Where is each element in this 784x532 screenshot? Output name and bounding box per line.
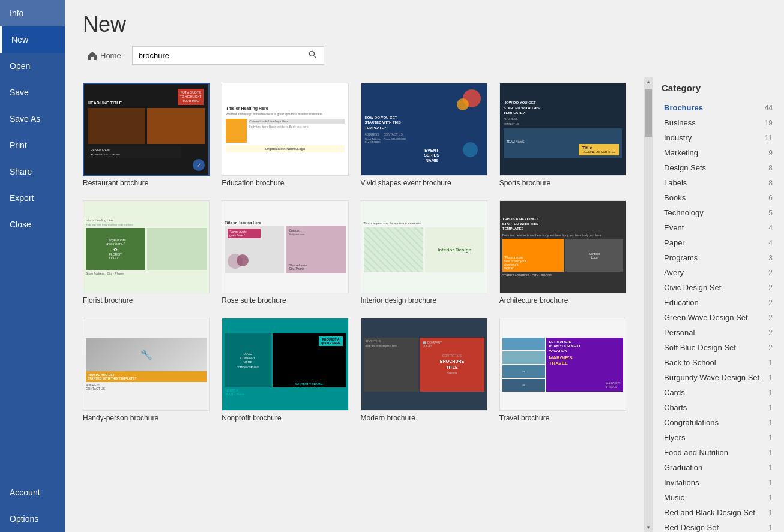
- template-interior[interactable]: This is a great spot for a mission state…: [361, 200, 487, 306]
- sidebar-item-new[interactable]: New: [0, 26, 65, 53]
- template-restaurant[interactable]: HEADLINE TITLE RESTAURANTADDRESS · CITY …: [83, 83, 210, 188]
- template-nonprofit[interactable]: LOGOCOMPANYNAME COMPANY TAGLINE REQUEST …: [222, 318, 348, 423]
- template-sports[interactable]: HOW DO YOU GETSTARTED WITH THISTEMPLATE?…: [499, 83, 626, 188]
- template-modern[interactable]: ABOUT US Body text here body text here C…: [361, 318, 487, 423]
- template-thumb-florist: Info of Heading HereBody text here body …: [83, 200, 210, 293]
- category-count-industry: 11: [765, 134, 773, 142]
- category-item-invitations[interactable]: Invitations 1: [662, 475, 775, 490]
- category-item-cards[interactable]: Cards 1: [662, 385, 775, 400]
- category-item-personal[interactable]: Personal 2: [662, 325, 775, 340]
- template-travel[interactable]: 01 04 LET MARGIEPLAN YOUR NEXTVACATION M…: [499, 318, 626, 423]
- home-button[interactable]: Home: [83, 47, 126, 64]
- category-count-invitations: 1: [768, 479, 773, 487]
- category-count-green-wave: 2: [768, 314, 773, 322]
- sidebar-item-options[interactable]: Options: [0, 506, 65, 532]
- category-count-charts: 1: [768, 404, 773, 412]
- category-label-education: Education: [664, 298, 699, 307]
- search-button[interactable]: [304, 47, 322, 64]
- category-item-civic[interactable]: Civic Design Set 2: [662, 280, 775, 295]
- category-item-avery[interactable]: Avery 2: [662, 265, 775, 280]
- category-scrollbar[interactable]: ▲ ▼: [645, 77, 652, 532]
- category-item-flyers[interactable]: Flyers 1: [662, 430, 775, 445]
- home-icon: [88, 51, 97, 61]
- category-item-event[interactable]: Event 4: [662, 220, 775, 235]
- category-item-design-sets[interactable]: Design Sets 8: [662, 160, 775, 175]
- category-label-red-design: Red Design Set: [664, 523, 719, 532]
- sidebar-item-open[interactable]: Open: [0, 53, 65, 79]
- category-item-back-to-school[interactable]: Back to School 1: [662, 355, 775, 370]
- category-label-personal: Personal: [664, 328, 695, 337]
- category-count-brochures: 44: [765, 104, 773, 112]
- category-label-paper: Paper: [664, 238, 685, 247]
- template-label-vivid: Vivid shapes event brochure: [361, 176, 487, 188]
- template-handy[interactable]: 🔧 HOW DO YOU GETSTARTED WITH THIS TEMPLA…: [83, 318, 210, 423]
- template-education[interactable]: Title or Heading Here We think the desig…: [222, 83, 348, 188]
- category-item-programs[interactable]: Programs 3: [662, 250, 775, 265]
- sidebar-item-info[interactable]: Info: [0, 0, 65, 26]
- sidebar-item-close[interactable]: Close: [0, 211, 65, 238]
- category-count-business: 19: [765, 119, 773, 127]
- page-title: New: [83, 12, 766, 37]
- category-count-paper: 4: [768, 239, 773, 247]
- template-thumb-interior: This is a great spot for a mission state…: [361, 200, 487, 293]
- category-item-labels[interactable]: Labels 8: [662, 175, 775, 190]
- category-count-cards: 1: [768, 389, 773, 397]
- category-item-music[interactable]: Music 1: [662, 490, 775, 505]
- template-label-architecture: Architecture brochure: [499, 293, 626, 306]
- scroll-up-button[interactable]: ▲: [645, 77, 652, 86]
- category-label-burgundy-wave: Burgundy Wave Design Set: [664, 373, 759, 382]
- template-label-handy: Handy-person brochure: [83, 411, 210, 423]
- sidebar-item-print[interactable]: Print: [0, 132, 65, 158]
- category-item-red-design[interactable]: Red Design Set 1: [662, 520, 775, 532]
- category-count-soft-blue: 2: [768, 344, 773, 352]
- home-label: Home: [100, 51, 121, 60]
- category-label-congratulations: Congratulations: [664, 418, 719, 427]
- template-thumb-architecture: THIS IS A HEADING 1STARTED WITH THISTEMP…: [499, 200, 626, 293]
- category-item-paper[interactable]: Paper 4: [662, 235, 775, 250]
- category-label-programs: Programs: [664, 253, 698, 262]
- sidebar-item-share[interactable]: Share: [0, 158, 65, 185]
- sidebar-item-save-as[interactable]: Save As: [0, 106, 65, 132]
- category-item-marketing[interactable]: Marketing 9: [662, 145, 775, 160]
- search-input[interactable]: [133, 47, 304, 64]
- category-item-graduation[interactable]: Graduation 1: [662, 460, 775, 475]
- category-item-industry[interactable]: Industry 11: [662, 130, 775, 145]
- category-item-red-black[interactable]: Red and Black Design Set 1: [662, 505, 775, 520]
- template-architecture[interactable]: THIS IS A HEADING 1STARTED WITH THISTEMP…: [499, 200, 626, 306]
- sidebar-item-export[interactable]: Export: [0, 185, 65, 211]
- category-item-business[interactable]: Business 19: [662, 115, 775, 130]
- category-item-food-nutrition[interactable]: Food and Nutrition 1: [662, 445, 775, 460]
- category-label-civic: Civic Design Set: [664, 283, 721, 292]
- category-item-education[interactable]: Education 2: [662, 295, 775, 310]
- template-florist[interactable]: Info of Heading HereBody text here body …: [83, 200, 210, 306]
- sidebar-item-account[interactable]: Account: [0, 479, 65, 506]
- template-thumb-sports: HOW DO YOU GETSTARTED WITH THISTEMPLATE?…: [499, 83, 626, 176]
- template-rose[interactable]: Title or Heading Here "Large quotegoes h…: [222, 200, 348, 306]
- scroll-thumb[interactable]: [645, 89, 652, 137]
- category-item-congratulations[interactable]: Congratulations 1: [662, 415, 775, 430]
- category-count-graduation: 1: [768, 464, 773, 472]
- template-thumb-handy: 🔧 HOW DO YOU GETSTARTED WITH THIS TEMPLA…: [83, 318, 210, 411]
- category-label-back-to-school: Back to School: [664, 358, 716, 367]
- category-count-burgundy-wave: 1: [768, 374, 773, 382]
- sidebar-item-save[interactable]: Save: [0, 79, 65, 106]
- template-label-florist: Florist brochure: [83, 293, 210, 306]
- sidebar: Info New Open Save Save As Print Share E…: [0, 0, 65, 532]
- category-item-brochures[interactable]: Brochures 44: [662, 100, 775, 115]
- template-label-travel: Travel brochure: [499, 411, 626, 423]
- template-label-sports: Sports brochure: [499, 176, 626, 188]
- category-label-graduation: Graduation: [664, 463, 702, 472]
- category-item-soft-blue[interactable]: Soft Blue Design Set 2: [662, 340, 775, 355]
- templates-area: HEADLINE TITLE RESTAURANTADDRESS · CITY …: [65, 77, 644, 532]
- scroll-down-button[interactable]: ▼: [645, 522, 652, 532]
- category-item-technology[interactable]: Technology 5: [662, 205, 775, 220]
- template-vivid[interactable]: HOW DO YOU GETSTARTED WITH THISTEMPLATE?…: [361, 83, 487, 188]
- category-item-burgundy-wave[interactable]: Burgundy Wave Design Set 1: [662, 370, 775, 385]
- category-label-flyers: Flyers: [664, 433, 685, 442]
- category-item-books[interactable]: Books 6: [662, 190, 775, 205]
- content-area: HEADLINE TITLE RESTAURANTADDRESS · CITY …: [65, 77, 784, 532]
- category-label-green-wave: Green Wave Design Set: [664, 313, 748, 322]
- category-label-invitations: Invitations: [664, 478, 699, 487]
- category-item-charts[interactable]: Charts 1: [662, 400, 775, 415]
- category-item-green-wave[interactable]: Green Wave Design Set 2: [662, 310, 775, 325]
